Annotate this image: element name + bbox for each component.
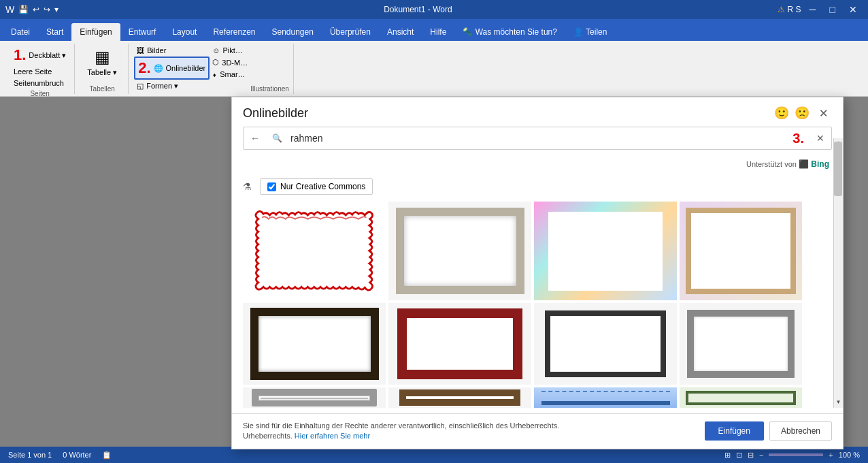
seitenumbruch-button[interactable]: Seitenumbruch (11, 78, 69, 89)
ribbon-group-seiten: 1. Deckblatt ▾ Leere Seite Seitenumbruch… (5, 44, 75, 94)
image-item-1[interactable] (243, 202, 386, 300)
feedback-happy-icon[interactable]: 🙂 (774, 106, 789, 121)
tab-datei[interactable]: Datei (3, 23, 38, 41)
dialog-scrollbar[interactable]: ▲ ▼ (833, 138, 843, 408)
tab-layout[interactable]: Layout (164, 23, 205, 41)
image-item-12[interactable] (680, 387, 802, 408)
pikt-icon: ☺ (212, 46, 220, 54)
proofread-icon[interactable]: 📋 (102, 451, 112, 460)
scrollbar-thumb[interactable] (834, 142, 842, 196)
smart-button[interactable]: ⬧ Smar… (210, 69, 250, 80)
step1-label: 1. (14, 46, 26, 64)
view-icon-3[interactable]: ⊟ (748, 451, 754, 460)
image-item-2[interactable] (388, 202, 531, 300)
pikt-button[interactable]: ☺ Pikt… (210, 45, 250, 56)
image-item-5[interactable] (243, 303, 386, 385)
image-item-8[interactable] (680, 303, 802, 385)
tab-teilen[interactable]: 👤 Teilen (565, 23, 615, 41)
zoom-slider[interactable] (769, 453, 823, 456)
smart-icon: ⬧ (212, 70, 217, 78)
dialog-footer: Sie sind für die Einhaltung der Rechte a… (232, 413, 843, 449)
dialog-title: Onlinebilder (243, 106, 308, 121)
leere-seite-button[interactable]: Leere Seite (11, 66, 69, 77)
ribbon-group-illustrationen: 🖼 Bilder 2. 🌐 Onlinebilder ◱ Formen ▾ ☺ … (130, 44, 294, 94)
image-item-4[interactable] (680, 202, 802, 300)
bilder-label: Bilder (147, 46, 166, 54)
3dm-button[interactable]: ⬡ 3D-M… (210, 57, 250, 68)
filter-icon[interactable]: ⚗ (243, 181, 252, 192)
customize-icon[interactable]: ▾ (54, 5, 59, 14)
cc-checkbox-input[interactable] (267, 182, 276, 191)
undo-icon[interactable]: ↩ (33, 5, 39, 14)
small-dark-frame (545, 310, 667, 377)
onlinebilder-dialog: Onlinebilder 🙂 🙁 ✕ ← 🔍 3. ✕ Unterstützt … (231, 97, 844, 449)
formen-button[interactable]: ◱ Formen ▾ (134, 80, 210, 92)
cc-filter-checkbox[interactable]: Nur Creative Commons (260, 178, 373, 195)
footer-link[interactable]: Hier erfahren Sie mehr (295, 432, 370, 440)
tab-entwurf[interactable]: Entwurf (120, 23, 165, 41)
redo-icon[interactable]: ↪ (44, 5, 50, 14)
search-bar: ← 🔍 3. ✕ (243, 127, 832, 150)
seiten-buttons: 1. Deckblatt ▾ Leere Seite Seitenumbruch (11, 45, 69, 89)
view-icon-2[interactable]: ⊡ (736, 451, 742, 460)
dialog-header-icons: 🙂 🙁 ✕ (774, 106, 832, 121)
tab-einfuegen[interactable]: Einfügen (71, 23, 120, 41)
titlebar-left: W 💾 ↩ ↪ ▾ (5, 4, 59, 15)
view-icon-1[interactable]: ⊞ (724, 451, 731, 460)
svg-rect-0 (254, 210, 374, 292)
insert-button[interactable]: Einfügen (705, 421, 764, 441)
dialog-close-button[interactable]: ✕ (815, 106, 832, 121)
statusbar-right: ⊞ ⊡ ⊟ − + 100 % (724, 451, 860, 460)
image-item-3[interactable] (534, 202, 677, 300)
brown-small-frame (399, 389, 521, 406)
search-clear-button[interactable]: ✕ (809, 127, 831, 149)
green-border-frame (686, 391, 796, 405)
scrollbar-down-arrow[interactable]: ▼ (834, 398, 843, 406)
word-count: 0 Wörter (63, 451, 91, 459)
formen-icon: ◱ (137, 82, 144, 91)
gray-rough-frame (687, 310, 795, 379)
bilder-icon: 🖼 (137, 46, 144, 54)
close-button[interactable]: ✕ (844, 3, 863, 16)
document-title: Dokument1 - Word (384, 5, 452, 14)
tab-ueberprufen[interactable]: Überprüfen (322, 23, 379, 41)
page-info: Seite 1 von 1 (8, 451, 52, 459)
cancel-button[interactable]: Abbrechen (769, 421, 832, 441)
dialog-header: Onlinebilder 🙂 🙁 ✕ (232, 97, 843, 127)
footer-buttons: Einfügen Abbrechen (705, 421, 832, 441)
word-icon: W (5, 4, 14, 15)
blue-border-frame (541, 391, 670, 405)
restore-button[interactable]: □ (824, 3, 841, 16)
tab-ansicht[interactable]: Ansicht (379, 23, 422, 41)
floral-frame (686, 208, 796, 295)
tab-start[interactable]: Start (38, 23, 71, 41)
save-icon[interactable]: 💾 (18, 5, 29, 14)
illustr-col1: 🖼 Bilder 2. 🌐 Onlinebilder ◱ Formen ▾ (134, 45, 210, 92)
step2-label: 2. (138, 59, 150, 77)
bing-text: Unterstützt von (746, 160, 797, 168)
zoom-out-button[interactable]: − (759, 451, 763, 459)
dark-frame (250, 308, 379, 380)
feedback-sad-icon[interactable]: 🙁 (795, 106, 809, 121)
deckblatt-button[interactable]: 1. Deckblatt ▾ (11, 45, 69, 65)
titlebar-right: ⚠ R S ─ □ ✕ (778, 3, 863, 16)
bilder-button[interactable]: 🖼 Bilder (134, 45, 210, 56)
image-item-11[interactable] (534, 387, 677, 408)
3dm-label: 3D-M… (222, 59, 248, 67)
search-input[interactable] (288, 127, 787, 149)
tab-referenzen[interactable]: Referenzen (205, 23, 263, 41)
search-back-button[interactable]: ← (244, 127, 267, 149)
onlinebilder-button[interactable]: 2. 🌐 Onlinebilder (134, 57, 210, 80)
tab-search[interactable]: 🔦 Was möchten Sie tun? (454, 23, 565, 41)
zoom-in-button[interactable]: + (829, 451, 833, 459)
image-item-7[interactable] (534, 303, 677, 385)
tab-sendungen[interactable]: Sendungen (264, 23, 322, 41)
tabelle-button[interactable]: ▦ Tabelle ▾ (82, 45, 122, 80)
formen-label: Formen ▾ (146, 82, 178, 91)
minimize-button[interactable]: ─ (804, 3, 822, 16)
image-item-6[interactable] (388, 303, 531, 385)
image-item-10[interactable] (388, 387, 531, 408)
tab-hilfe[interactable]: Hilfe (422, 23, 454, 41)
image-item-9[interactable] (243, 387, 386, 408)
user-initials: R S (788, 5, 801, 14)
